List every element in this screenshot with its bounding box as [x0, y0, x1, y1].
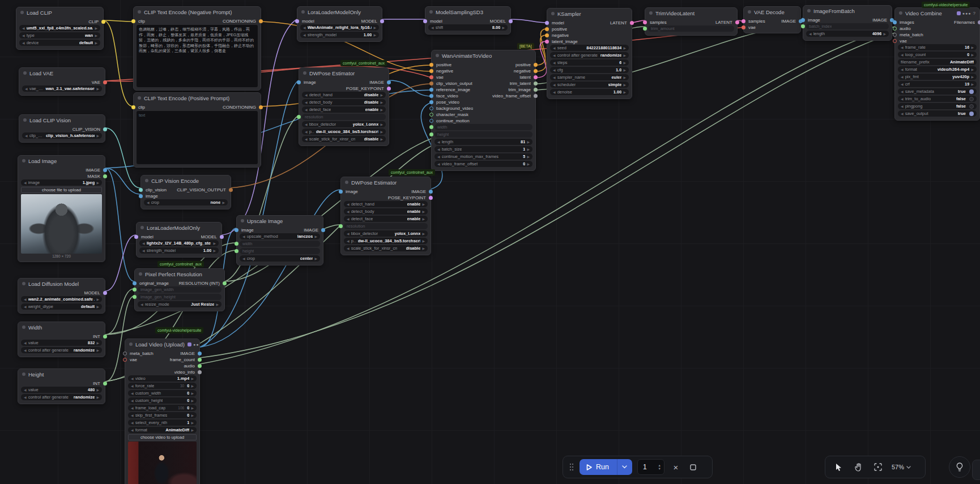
combo-left-arrow-icon[interactable]: ◀ — [131, 399, 134, 402]
meta_batch-input-slot[interactable] — [123, 352, 127, 355]
combo-left-arrow-icon[interactable]: ◀ — [24, 395, 27, 399]
combo-left-arrow-icon[interactable]: ◀ — [303, 33, 306, 37]
combo-left-arrow-icon[interactable]: ◀ — [131, 384, 134, 388]
select-every-nth-widget[interactable]: ◀select_every_nth1▶ — [128, 419, 197, 426]
choose-file-to-upload-widget[interactable]: choose file to upload — [21, 187, 102, 193]
node-graph-canvas[interactable]: Load CLIPCLIP◀umt5_xxl_fp8_e4m3fn_scaled… — [0, 0, 980, 484]
model-sampling-sd3-node[interactable]: ModelSamplingSD3modelMODEL◀shift8.00▶ — [425, 6, 511, 35]
combo-right-arrow-icon[interactable]: ▶ — [96, 348, 99, 352]
force-rate-widget[interactable]: ◀force_rate300▶ — [128, 383, 197, 389]
combo-left-arrow-icon[interactable]: ◀ — [305, 108, 308, 112]
save-output-widget[interactable]: ◀save_outputtrue — [898, 110, 977, 117]
collapse-dot[interactable] — [345, 181, 348, 184]
latent-output-slot[interactable] — [534, 75, 538, 79]
combo-right-arrow-icon[interactable]: ▶ — [96, 87, 99, 91]
trim-video-latent-node[interactable]: TrimVideoLatentsamplesLATENTtrim_amount — [645, 7, 738, 36]
height-node[interactable]: HeightINT◀value480▶◀control after genera… — [18, 369, 105, 404]
converted-input-slot[interactable] — [297, 115, 301, 119]
MODEL-output-slot[interactable] — [509, 19, 513, 23]
combo-right-arrow-icon[interactable]: ▶ — [213, 249, 216, 252]
combo-left-arrow-icon[interactable]: ◀ — [553, 53, 556, 57]
INT-output-slot[interactable] — [103, 335, 107, 339]
LATENT-output-slot[interactable] — [735, 20, 739, 24]
combo-right-arrow-icon[interactable]: ▶ — [971, 82, 974, 86]
height-widget[interactable]: height — [240, 248, 320, 254]
IMAGE-output-slot[interactable] — [429, 190, 433, 194]
crf-widget[interactable]: ◀crf19▶ — [898, 81, 977, 87]
lightx2v-i2v-14b-480p-cfg-ste-widget[interactable]: ◀lightx2v_I2V_14B_480p_cfg_ste ...▶ — [139, 240, 219, 246]
collapse-dot[interactable] — [649, 11, 653, 15]
choose-video-to-upload-widget[interactable]: choose video to upload — [128, 434, 197, 440]
combo-right-arrow-icon[interactable]: ▶ — [191, 399, 194, 402]
combo-right-arrow-icon[interactable]: ▶ — [422, 202, 425, 206]
combo-left-arrow-icon[interactable]: ◀ — [901, 89, 904, 93]
converted-input-slot[interactable] — [235, 249, 238, 253]
wan-animate-to-video-node[interactable]: WanAnimateToVideopositivepositivenegativ… — [431, 50, 536, 171]
combo-right-arrow-icon[interactable]: ▶ — [213, 241, 216, 245]
converted-input-slot[interactable] — [235, 242, 238, 246]
clip_vision-input-slot[interactable] — [139, 188, 143, 192]
collapse-dot[interactable] — [899, 11, 902, 15]
scheduler-widget[interactable]: ◀schedulersimple▶ — [550, 82, 629, 88]
resize-mode-widget[interactable]: ◀resize_modeJust Resize▶ — [138, 301, 221, 307]
shift-widget[interactable]: ◀shift8.00▶ — [428, 24, 508, 31]
converted-input-slot[interactable] — [429, 132, 433, 136]
converted-input-slot[interactable] — [133, 288, 137, 292]
combo-right-arrow-icon[interactable]: ▶ — [96, 341, 99, 345]
options-dots-icon[interactable]: ●●● — [962, 11, 972, 15]
model-input-slot[interactable] — [134, 235, 138, 239]
seed-widget[interactable]: ◀seed842221880118634▶ — [550, 45, 629, 51]
clip_vision_output-input-slot[interactable] — [429, 82, 433, 85]
length-widget[interactable]: ◀length4096▶ — [806, 31, 889, 37]
combo-right-arrow-icon[interactable]: ▶ — [527, 147, 530, 151]
combo-right-arrow-icon[interactable]: ▶ — [971, 75, 974, 79]
combo-left-arrow-icon[interactable]: ◀ — [305, 130, 308, 134]
converted-input-slot[interactable] — [801, 24, 805, 28]
combo-left-arrow-icon[interactable]: ◀ — [431, 25, 434, 29]
cfg-widget[interactable]: ◀cfg1.0▶ — [550, 67, 629, 73]
image-from-batch-node[interactable]: ImageFromBatchimageIMAGEbatch_index◀leng… — [803, 5, 892, 41]
device-widget[interactable]: ◀devicedefault▶ — [19, 40, 100, 46]
combo-left-arrow-icon[interactable]: ◀ — [147, 200, 150, 204]
image-gen-width-widget[interactable]: image_gen_width — [138, 286, 221, 293]
batch-count-stepper[interactable]: 1 ▲ ▼ — [637, 459, 664, 475]
collapse-dot[interactable] — [139, 272, 142, 276]
combo-left-arrow-icon[interactable]: ◀ — [242, 234, 245, 238]
load-video-upload-node[interactable]: Load Video (Upload)●●●?meta_batchIMAGEva… — [125, 339, 200, 484]
pingpong-widget[interactable]: ◀pingpongfalse — [898, 103, 977, 109]
pan-tool-button[interactable] — [852, 459, 864, 475]
CLIP-output-slot[interactable] — [101, 20, 105, 24]
wananimate-relight-lora-fp16-s-widget[interactable]: ◀WanAnimate_relight_lora_fp16.s ...▶ — [300, 24, 379, 31]
combo-left-arrow-icon[interactable]: ◀ — [131, 391, 134, 395]
collapse-dot[interactable] — [301, 10, 305, 14]
collapse-dot[interactable] — [23, 118, 27, 122]
vae-decode-node[interactable]: VAE DecodesamplesIMAGEvae — [743, 6, 801, 33]
trim_latent-output-slot[interactable] — [534, 82, 538, 85]
combo-right-arrow-icon[interactable]: ▶ — [222, 200, 225, 204]
combo-left-arrow-icon[interactable]: ◀ — [347, 217, 350, 221]
lora-loader-lightx2v-node[interactable]: LoraLoaderModelOnlymodelMODEL◀lightx2v_I… — [136, 222, 222, 258]
load-diffusion-model-node[interactable]: Load Diffusion ModelMODEL◀wan2.2_animate… — [18, 278, 105, 314]
detect-hand-widget[interactable]: ◀detect_handenable▶ — [344, 201, 428, 207]
image-gen-height-widget[interactable]: image_gen_height — [138, 294, 221, 300]
combo-right-arrow-icon[interactable]: ▶ — [422, 217, 425, 221]
combo-left-arrow-icon[interactable]: ◀ — [131, 406, 134, 410]
combo-left-arrow-icon[interactable]: ◀ — [305, 93, 308, 97]
frame_count-output-slot[interactable] — [198, 358, 202, 362]
combo-left-arrow-icon[interactable]: ◀ — [24, 181, 27, 185]
model-input-slot[interactable] — [295, 19, 299, 23]
combo-left-arrow-icon[interactable]: ◀ — [305, 137, 308, 141]
combo-right-arrow-icon[interactable]: ▶ — [380, 100, 383, 104]
combo-right-arrow-icon[interactable]: ▶ — [971, 45, 974, 49]
combo-right-arrow-icon[interactable]: ▶ — [623, 75, 626, 79]
INT-output-slot[interactable] — [103, 382, 107, 386]
collapse-dot[interactable] — [22, 282, 25, 285]
combo-left-arrow-icon[interactable]: ◀ — [901, 75, 904, 79]
character_mask-input-slot[interactable] — [429, 113, 433, 117]
lora-loader-relight-node[interactable]: LoraLoaderModelOnlymodelMODEL◀WanAnimate… — [297, 6, 382, 42]
combo-left-arrow-icon[interactable]: ◀ — [901, 82, 904, 86]
CONDITIONING-output-slot[interactable] — [259, 19, 263, 23]
pose_video-input-slot[interactable] — [429, 100, 433, 104]
converted-input-slot[interactable] — [429, 125, 433, 129]
positive-input-slot[interactable] — [545, 27, 549, 31]
